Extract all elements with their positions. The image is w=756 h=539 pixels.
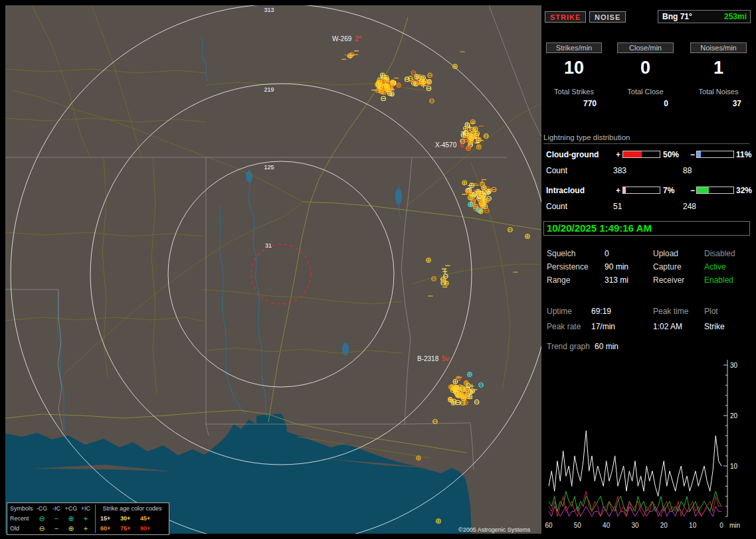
intracloud-label: Intracloud xyxy=(546,186,585,195)
capture-status: Active xyxy=(704,262,726,271)
legend-recent-row: Recent ⊖ − ⊕ + 15+ 30+ 45+ xyxy=(7,514,169,523)
age-code-15: 15+ xyxy=(100,514,118,523)
legend-old-row: Old ⊖ − ⊕ + 60+ 75+ 90+ xyxy=(7,524,169,533)
legend-symbols-title: Symbols xyxy=(10,504,33,513)
trend-window-value: 60 min xyxy=(595,342,618,351)
ic-neg-count: 248 xyxy=(683,202,696,211)
squelch-value: 0 xyxy=(605,249,609,258)
lightning-map[interactable]: 31321912531 W-2692^X-45708`B-23185v xyxy=(5,5,541,534)
svg-text:X-45708`: X-45708` xyxy=(435,141,466,149)
total-strikes-label: Total Strikes xyxy=(546,88,602,96)
cg-pos-count: 383 xyxy=(613,166,626,175)
strike-button[interactable]: STRIKE xyxy=(545,11,586,23)
session-row-2: Peak rate 17/min 1:02 AM Strike xyxy=(543,322,751,333)
uptime-label: Uptime xyxy=(547,307,572,316)
squelch-label: Squelch xyxy=(547,249,575,258)
trend-graph-label: Trend graph xyxy=(547,342,590,351)
age-code-30: 30+ xyxy=(120,514,138,523)
age-code-60: 60+ xyxy=(100,524,118,533)
capture-label: Capture xyxy=(653,262,682,271)
legend-col-neg-cg: -CG xyxy=(35,504,48,513)
trend-graph-chart: 1020306050403020100min xyxy=(543,357,751,534)
age-code-90: 90+ xyxy=(140,524,157,533)
persistence-value: 90 min xyxy=(605,262,628,271)
legend-col-pos-cg: +CG xyxy=(64,504,78,513)
status-row-persistence: Persistence 90 min Capture Active xyxy=(543,262,751,273)
svg-text:125: 125 xyxy=(264,164,274,171)
close-per-min-value: 0 xyxy=(617,58,674,78)
svg-text:40: 40 xyxy=(603,522,611,529)
persistence-label: Persistence xyxy=(547,262,589,271)
svg-text:B-23185v: B-23185v xyxy=(417,355,449,362)
range-value: 313 mi xyxy=(605,275,628,285)
close-per-min-button[interactable]: Close/min xyxy=(617,42,674,53)
svg-text:min: min xyxy=(729,522,740,529)
status-row-range: Range 313 mi Receiver Enabled xyxy=(543,275,751,286)
noises-per-min-value: 1 xyxy=(690,58,747,78)
cloud-ground-row: Cloud-ground + 50% − 11% xyxy=(543,150,751,159)
ic-neg-pct: 32% xyxy=(736,186,752,195)
plot-value: Strike xyxy=(704,322,725,331)
recent-pos-cg-icon: ⊕ xyxy=(64,514,78,523)
svg-text:313: 313 xyxy=(264,7,274,13)
svg-text:20: 20 xyxy=(730,412,738,420)
cg-pos-pct: 50% xyxy=(663,150,679,159)
total-noises-label: Total Noises xyxy=(690,88,747,96)
ic-pos-count: 51 xyxy=(613,202,622,211)
intracloud-row: Intracloud + 7% − 32% xyxy=(543,186,751,195)
upload-label: Upload xyxy=(653,249,678,258)
session-row-1: Uptime 69:19 Peak time Plot xyxy=(543,307,751,317)
recent-neg-ic-icon: − xyxy=(50,514,63,523)
ic-pos-bar xyxy=(622,187,660,194)
ic-pos-fill xyxy=(623,187,626,193)
control-panel: STRIKE NOISE Bng 71° 253mi Strikes/min C… xyxy=(543,5,751,534)
uptime-value: 69:19 xyxy=(591,307,611,316)
total-close-label: Total Close xyxy=(617,88,674,96)
age-code-45: 45+ xyxy=(140,514,157,523)
upload-status: Disabled xyxy=(704,249,735,258)
strikes-per-min-button[interactable]: Strikes/min xyxy=(546,42,602,53)
legend-col-neg-ic: -IC xyxy=(50,504,63,513)
peak-rate-label: Peak rate xyxy=(547,322,581,331)
legend-old-label: Old xyxy=(10,524,19,533)
old-pos-ic-icon: + xyxy=(79,524,92,533)
noises-per-min-button[interactable]: Noises/min xyxy=(690,42,747,53)
svg-text:30: 30 xyxy=(631,522,639,529)
svg-text:0: 0 xyxy=(719,522,723,529)
legend-age-title: Strike age color codes xyxy=(97,504,167,513)
total-strikes-value: 770 xyxy=(546,99,602,108)
receiver-status: Enabled xyxy=(704,275,733,285)
svg-text:50: 50 xyxy=(574,522,582,529)
strike-legend: Symbols -CG -IC +CG +IC Strike age color… xyxy=(7,502,169,535)
svg-text:20: 20 xyxy=(660,522,668,529)
receiver-label: Receiver xyxy=(653,275,684,285)
cg-pos-bar xyxy=(622,151,660,158)
age-code-75: 75+ xyxy=(120,524,138,533)
svg-text:219: 219 xyxy=(264,86,274,93)
range-label: Range xyxy=(547,275,570,285)
legend-recent-label: Recent xyxy=(10,514,29,523)
datetime-display: 10/20/2025 1:49:16 AM xyxy=(543,221,750,236)
noise-button[interactable]: NOISE xyxy=(589,11,626,23)
peak-time-label: Peak time xyxy=(653,307,688,316)
cg-neg-bar xyxy=(696,151,734,158)
trend-graph-row: Trend graph 60 min xyxy=(543,342,751,352)
old-neg-cg-icon: ⊖ xyxy=(35,524,48,533)
svg-text:60: 60 xyxy=(545,522,553,529)
cg-pos-fill xyxy=(623,151,642,157)
bearing-value: Bng 71° xyxy=(662,11,692,23)
peak-time-value: 1:02 AM xyxy=(653,322,682,331)
lightning-map-area[interactable]: 31321912531 W-2692^X-45708`B-23185v Symb… xyxy=(5,5,541,534)
svg-text:10: 10 xyxy=(689,522,697,529)
ic-pos-pct: 7% xyxy=(663,186,674,195)
legend-header-row: Symbols -CG -IC +CG +IC Strike age color… xyxy=(7,504,169,513)
plus-sign: + xyxy=(616,150,620,159)
ic-neg-fill xyxy=(697,187,709,193)
old-pos-cg-icon: ⊕ xyxy=(64,524,78,533)
old-neg-ic-icon: − xyxy=(50,524,63,533)
total-noises-value: 37 xyxy=(690,99,747,108)
svg-text:30: 30 xyxy=(730,362,738,369)
distribution-title: Lightning type distribution xyxy=(543,133,749,144)
ic-neg-bar xyxy=(696,187,734,194)
bearing-distance: 253mi xyxy=(724,11,747,23)
